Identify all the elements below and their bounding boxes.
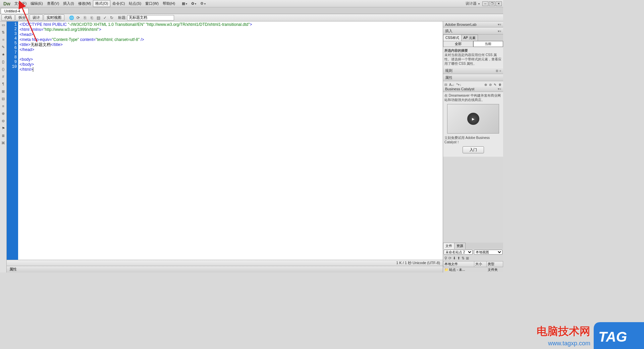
bc-video-thumb[interactable]: ▶ xyxy=(447,104,499,134)
get-icon[interactable]: ⬇ xyxy=(453,256,456,260)
icon[interactable]: ⊕ xyxy=(484,83,487,85)
tool-icon[interactable]: ✎ xyxy=(1,44,6,50)
menu-window[interactable]: 窗口(W) xyxy=(143,0,161,7)
tool-icon[interactable]: ▭ xyxy=(1,22,6,28)
tool-icon[interactable]: {} xyxy=(1,59,6,64)
nav-icon[interactable]: ⎘ xyxy=(82,15,88,21)
menu-help[interactable]: 帮助(H) xyxy=(161,0,177,7)
title-input[interactable] xyxy=(127,15,174,20)
menu-site[interactable]: 站点(S) xyxy=(127,0,143,7)
sync-icon[interactable]: ⇅ xyxy=(462,256,465,260)
tool-icon[interactable]: ⌗ xyxy=(1,37,6,42)
icon[interactable]: *+↓ xyxy=(457,83,462,85)
view-split-button[interactable]: 拆分 xyxy=(15,14,29,21)
editor-area: 12345678910 <!DOCTYPE html PUBLIC "-//W3… xyxy=(7,21,443,272)
icon[interactable]: ⊘ xyxy=(489,83,492,85)
put-icon[interactable]: ⬆ xyxy=(457,256,460,260)
tab-files[interactable]: 文件 xyxy=(443,243,454,249)
tab-ap-elements[interactable]: AP 元素 xyxy=(461,35,478,41)
reload-icon[interactable]: ↻ xyxy=(109,15,115,21)
menu-edit[interactable]: 编辑(E) xyxy=(29,0,45,7)
sync-icon[interactable]: ⚙▾ xyxy=(198,1,208,6)
site-select[interactable]: 未命名站点 2 xyxy=(444,250,473,255)
document-tab[interactable]: Untitled-4 ✕ xyxy=(1,8,29,14)
tool-icon[interactable]: ⊟ xyxy=(1,96,6,101)
tool-icon[interactable]: ⊞ xyxy=(1,89,6,94)
tool-icon[interactable]: ¶ xyxy=(1,81,6,87)
expand-icon[interactable]: ⊞ xyxy=(466,256,469,260)
properties-panel-header[interactable]: 属性 xyxy=(7,266,443,272)
tab-assets[interactable]: 资源 xyxy=(454,243,466,249)
document-tab-bar: Untitled-4 ✕ xyxy=(0,7,503,14)
status-bar: 1 K / 1 秒 Unicode (UTF-8) xyxy=(7,260,443,266)
connect-icon[interactable]: ⚲ xyxy=(444,256,447,260)
bc-start-button[interactable]: 入门 xyxy=(463,146,484,153)
col-type[interactable]: 类型 xyxy=(487,261,503,267)
window-close[interactable]: ✕ xyxy=(496,1,502,6)
workspace-switcher[interactable]: 设计器 ▾ xyxy=(464,0,482,7)
play-icon: ▶ xyxy=(467,113,479,125)
layout-icon[interactable]: ▦▾ xyxy=(180,1,189,6)
file-row[interactable]: 📁 站点 - 未... 文件夹 xyxy=(443,267,503,273)
files-table: 本地文件 大小 类型 📁 站点 - 未... 文件夹 xyxy=(443,261,503,272)
tool-icon[interactable]: ≡ xyxy=(1,103,6,109)
menu-view[interactable]: 查看(V) xyxy=(45,0,61,7)
code-toolbar: ▭ ⇅ ⌗ ✎ ★ {} () # ¶ ⊞ ⊟ ≡ ⊕ ⊖ ⚑ ≣ ⌘ xyxy=(0,21,7,272)
right-panel-group: Adobe BrowserLab▾≡ 插入▾≡ CSS样式 AP 元素 全部 当… xyxy=(443,21,503,272)
options-icon[interactable]: ▤ xyxy=(95,15,101,21)
bc-body: 在 Dreamweaver 中构建并发布商业网站和功能强大的在线商店。 ▶ 立刻… xyxy=(443,92,503,157)
menu-format[interactable]: 格式(O) xyxy=(93,0,110,7)
css-properties-header[interactable]: 属性 xyxy=(443,74,503,81)
code-view[interactable]: 12345678910 <!DOCTYPE html PUBLIC "-//W3… xyxy=(7,21,443,260)
line-gutter: 12345678910 xyxy=(7,21,18,260)
extend-icon[interactable]: ✿▾ xyxy=(189,1,198,6)
view-design-button[interactable]: 设计 xyxy=(30,14,43,21)
col-size[interactable]: 大小 xyxy=(474,261,487,267)
tool-icon[interactable]: ⚑ xyxy=(1,126,6,131)
css-rules-header[interactable]: 规则⊞ ≡ xyxy=(443,67,503,74)
tool-icon[interactable]: ⇅ xyxy=(1,30,6,35)
tool-icon[interactable]: ★ xyxy=(1,52,6,57)
css-all-button[interactable]: 全部 xyxy=(443,41,473,47)
view-live-button[interactable]: 实时视图 xyxy=(44,14,64,21)
files-icons: ⚲ ⟳ ⬇ ⬆ ⇅ ⊞ xyxy=(443,255,503,261)
panel-insert[interactable]: 插入▾≡ xyxy=(443,28,503,35)
menu-file[interactable]: 文件(F) xyxy=(12,0,29,7)
icon[interactable]: Aₐ↓ xyxy=(449,83,454,85)
menu-insert[interactable]: 插入(I) xyxy=(61,0,76,7)
app-logo: Dw xyxy=(1,1,12,6)
tool-icon[interactable]: ⊕ xyxy=(1,111,6,116)
tool-icon[interactable]: () xyxy=(1,66,6,72)
refresh-icon[interactable]: ⟳ xyxy=(75,15,81,21)
inspect-icon[interactable]: ⎗ xyxy=(89,15,95,21)
css-current-button[interactable]: 当前 xyxy=(473,41,503,47)
panel-browserlab[interactable]: Adobe BrowserLab▾≡ xyxy=(443,21,503,28)
window-minimize[interactable]: ─ xyxy=(482,1,488,6)
tool-icon[interactable]: ⌘ xyxy=(1,140,6,146)
css-summary-text: 未对当前选定内容应用任何 CSS 属性。请选择一个带样式的元素，查看应用了哪些 … xyxy=(444,53,501,65)
icon[interactable]: ⊟ xyxy=(444,83,447,85)
icon[interactable]: ✎ xyxy=(494,83,496,85)
view-code-button[interactable]: 代码 xyxy=(1,14,15,21)
col-localfile[interactable]: 本地文件 xyxy=(443,261,474,267)
view-select[interactable]: 本地视图 xyxy=(474,250,503,255)
menu-commands[interactable]: 命令(C) xyxy=(110,0,127,7)
tab-css-styles[interactable]: CSS样式 xyxy=(443,35,462,41)
refresh-icon[interactable]: ⟳ xyxy=(448,256,451,260)
close-icon[interactable]: ✕ xyxy=(22,9,25,13)
icon[interactable]: 🗑 xyxy=(498,83,502,85)
document-tab-label: Untitled-4 xyxy=(4,9,20,13)
menu-modify[interactable]: 修改(M) xyxy=(76,0,93,7)
code-content[interactable]: <!DOCTYPE html PUBLIC "-//W3C//DTD XHTML… xyxy=(18,21,443,260)
panel-business-catalyst[interactable]: Business Catalyst▾≡ xyxy=(443,86,503,92)
document-toolbar: 代码 拆分 设计 实时视图 🌐 ⟳ ⎘ ⎗ ▤ ✓ ↻ 标题: xyxy=(0,14,503,21)
css-panel-tabs: CSS样式 AP 元素 xyxy=(443,35,503,41)
window-maximize[interactable]: ❐ xyxy=(489,1,495,6)
bc-text-1: 在 Dreamweaver 中构建并发布商业网站和功能强大的在线商店。 xyxy=(444,93,502,102)
globe-icon[interactable]: 🌐 xyxy=(68,15,74,21)
tool-icon[interactable]: # xyxy=(1,74,6,79)
css-prop-icons: ⊟Aₐ↓*+↓ ⊕⊘✎🗑 xyxy=(443,81,503,86)
tool-icon[interactable]: ⊖ xyxy=(1,118,6,123)
check-icon[interactable]: ✓ xyxy=(102,15,108,21)
tool-icon[interactable]: ≣ xyxy=(1,133,6,138)
